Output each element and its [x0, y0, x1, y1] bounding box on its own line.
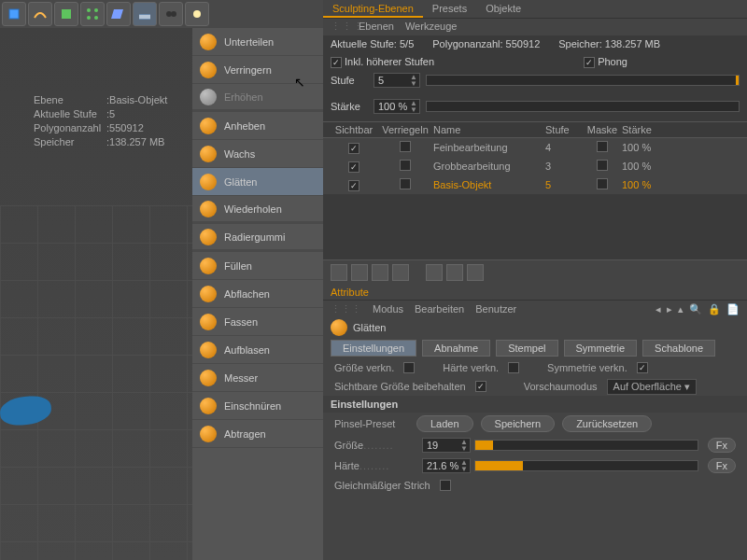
- add-folder-icon[interactable]: [351, 264, 368, 281]
- nav-fwd-icon[interactable]: ▸: [667, 303, 672, 315]
- size-slider[interactable]: [474, 440, 698, 451]
- svg-rect-1: [62, 9, 71, 19]
- vis-checkbox[interactable]: ✓: [348, 180, 359, 191]
- light-icon[interactable]: [185, 2, 209, 26]
- attr-tabs: Einstellungen Abnahme Stempel Symmetrie …: [323, 338, 747, 358]
- grip-icon[interactable]: ⋮⋮⋮: [331, 21, 347, 34]
- tool-fassen[interactable]: Fassen: [192, 308, 323, 336]
- add-layer-icon[interactable]: [331, 264, 347, 281]
- merge-icon[interactable]: [426, 264, 443, 281]
- tab-stempel[interactable]: Stempel: [496, 340, 557, 357]
- inkl-checkbox[interactable]: ✓: [331, 57, 342, 68]
- menu-benutzer[interactable]: Benutzer: [475, 303, 516, 315]
- attr-menu: ⋮⋮⋮ Modus Bearbeiten Benutzer ◂ ▸ ▴ 🔍 🔒 …: [323, 301, 747, 317]
- stroke-checkbox[interactable]: [440, 480, 451, 491]
- level-row: Stufe 5▲▼: [323, 71, 747, 90]
- nurbs-icon[interactable]: [54, 2, 78, 26]
- tool-glaetten[interactable]: Glätten: [192, 168, 323, 196]
- tool-radiergummi[interactable]: Radiergummi: [192, 224, 323, 252]
- tool-aufblasen[interactable]: Aufblasen: [192, 336, 323, 364]
- size-link-checkbox[interactable]: [403, 362, 415, 373]
- level-slider[interactable]: [426, 75, 740, 86]
- hardness-slider[interactable]: [474, 460, 698, 471]
- strength-input[interactable]: 100 %▲▼: [374, 99, 420, 114]
- settings-section: Einstellungen: [323, 396, 747, 413]
- tab-symmetrie[interactable]: Symmetrie: [564, 340, 638, 357]
- strength-slider[interactable]: [426, 101, 740, 112]
- layer-table-header: SichtbarVerriegelnNameStufeMaskeStärke: [323, 121, 747, 138]
- tab-objekte[interactable]: Objekte: [476, 0, 530, 18]
- search-icon[interactable]: 🔍: [689, 303, 702, 315]
- spline-icon[interactable]: [28, 2, 52, 26]
- layer-row[interactable]: ✓ Grobbearbeitung3 100 %: [323, 157, 747, 175]
- visible-size-checkbox[interactable]: ✓: [475, 381, 486, 392]
- save-button[interactable]: Speichern: [481, 415, 556, 432]
- tab-abnahme[interactable]: Abnahme: [422, 340, 490, 357]
- size-input[interactable]: 19▲▼: [422, 438, 471, 453]
- svg-point-11: [193, 10, 201, 18]
- deformer-icon[interactable]: [106, 2, 131, 26]
- viewport[interactable]: Ebene: Basis-Objekt Aktuelle Stufe: 5 Po…: [0, 28, 192, 560]
- tab-sculpting-ebenen[interactable]: Sculpting-Ebenen: [323, 0, 423, 18]
- mask-checkbox[interactable]: [597, 160, 608, 171]
- layer-row[interactable]: ✓ Basis-Objekt5 100 %: [323, 175, 747, 194]
- tool-wiederholen[interactable]: Wiederholen: [192, 196, 323, 224]
- vis-checkbox[interactable]: ✓: [348, 143, 359, 154]
- tool-anheben[interactable]: Anheben: [192, 112, 323, 140]
- tool-wachs[interactable]: Wachs: [192, 140, 323, 168]
- tool-fuellen[interactable]: Füllen: [192, 252, 323, 280]
- size-fx-button[interactable]: Fx: [708, 438, 736, 453]
- preview-mode-dropdown[interactable]: Auf Oberfläche ▾: [607, 379, 697, 395]
- camera-icon[interactable]: [159, 2, 183, 26]
- lock-checkbox[interactable]: [400, 141, 411, 152]
- status-row: Aktuelle Stufe: 5/5 Polygonanzahl: 55091…: [323, 35, 747, 52]
- mask-checkbox[interactable]: [597, 141, 608, 152]
- tool-abtragen[interactable]: Abtragen: [192, 420, 323, 448]
- svg-point-2: [87, 8, 91, 12]
- sculpt-tool-list: Unterteilen Verringern Erhöhen Anheben W…: [192, 28, 323, 560]
- tab-einstellungen[interactable]: Einstellungen: [331, 340, 416, 357]
- phong-checkbox[interactable]: ✓: [584, 57, 595, 68]
- array-icon[interactable]: [80, 2, 105, 26]
- tool-unterteilen[interactable]: Unterteilen: [192, 28, 323, 56]
- layer-row[interactable]: ✓ Feinbearbeitung4 100 %: [323, 138, 747, 157]
- reset-button[interactable]: Zurücksetzen: [562, 415, 652, 432]
- tab-presets[interactable]: Presets: [423, 0, 476, 18]
- subtab-ebenen[interactable]: Ebenen: [359, 21, 394, 34]
- flatten-icon[interactable]: [446, 264, 463, 281]
- lock-checkbox[interactable]: [400, 178, 411, 189]
- tool-messer[interactable]: Messer: [192, 364, 323, 392]
- floor-icon[interactable]: [133, 2, 157, 26]
- cube-icon[interactable]: [2, 2, 26, 26]
- misc-icon[interactable]: [467, 264, 484, 281]
- load-button[interactable]: Laden: [416, 415, 473, 432]
- vis-checkbox[interactable]: ✓: [348, 161, 359, 173]
- top-toolbar: [0, 0, 327, 28]
- mask-checkbox[interactable]: [597, 178, 608, 189]
- subtab-werkzeuge[interactable]: Werkzeuge: [405, 21, 457, 34]
- svg-rect-0: [9, 9, 19, 19]
- hard-link-checkbox[interactable]: [508, 362, 519, 373]
- sym-link-checkbox[interactable]: ✓: [637, 362, 648, 373]
- tool-einschnueren[interactable]: Einschnüren: [192, 392, 323, 420]
- lock-checkbox[interactable]: [400, 160, 411, 171]
- copy-layer-icon[interactable]: [392, 264, 409, 281]
- menu-modus[interactable]: Modus: [373, 303, 403, 315]
- main-tabs: Sculpting-Ebenen Presets Objekte: [323, 0, 747, 19]
- delete-layer-icon[interactable]: [372, 264, 388, 281]
- hardness-fx-button[interactable]: Fx: [708, 458, 736, 473]
- grid: [0, 205, 192, 560]
- hardness-input[interactable]: 21.6 %▲▼: [422, 458, 471, 473]
- tool-abflachen[interactable]: Abflachen: [192, 280, 323, 308]
- svg-point-4: [87, 16, 91, 20]
- new-icon[interactable]: 📄: [726, 303, 740, 315]
- level-input[interactable]: 5▲▼: [374, 73, 420, 88]
- nav-back-icon[interactable]: ◂: [655, 303, 661, 315]
- info-overlay: Ebene: Basis-Objekt Aktuelle Stufe: 5 Po…: [34, 93, 167, 149]
- preset-row: Pinsel-Preset Laden Speichern Zurücksetz…: [323, 413, 747, 435]
- menu-bearbeiten[interactable]: Bearbeiten: [415, 303, 464, 315]
- grip-icon[interactable]: ⋮⋮⋮: [331, 303, 361, 315]
- lock-icon[interactable]: 🔒: [708, 303, 721, 315]
- tab-schablone[interactable]: Schablone: [642, 340, 715, 357]
- nav-up-icon[interactable]: ▴: [678, 303, 684, 315]
